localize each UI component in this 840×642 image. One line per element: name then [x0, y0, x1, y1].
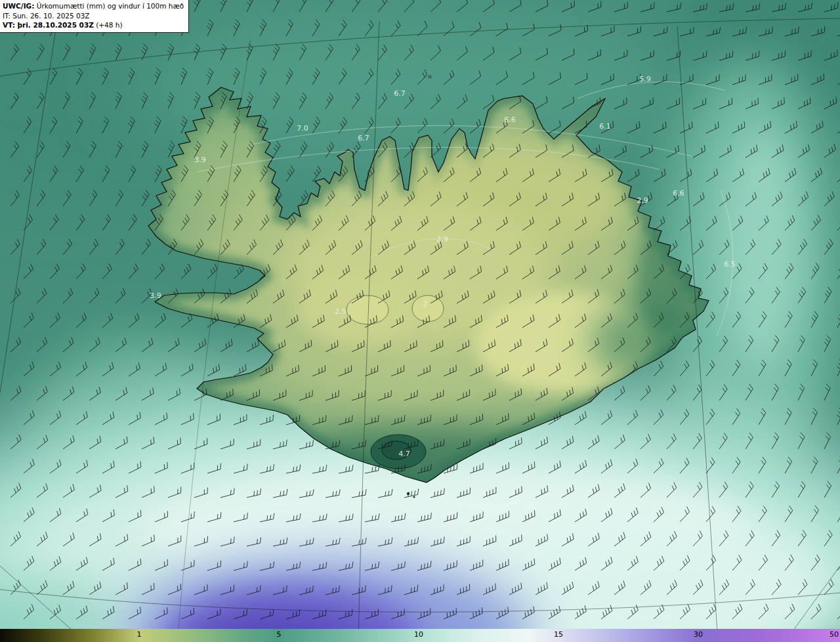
model-name: UWC/IG:: [3, 2, 34, 10]
colorbar-tick-label: 10: [414, 630, 423, 639]
contour-label: 4.7: [398, 450, 410, 458]
colorbar-tick-label: 30: [694, 630, 703, 639]
map-title-box: UWC/IG: Úrkomumætti (mm) og vindur í 100…: [0, 0, 189, 33]
contour-label: 6.1: [599, 122, 611, 131]
glacier-langjokull: [346, 295, 388, 324]
colorbar-tick-label: 1: [137, 630, 142, 639]
colorbar: 1510153050: [0, 629, 840, 642]
contour-label: 2.9: [637, 196, 648, 205]
title-line-init: IT: Sun. 26. 10. 2025 03Z: [3, 11, 184, 21]
colorbar-tick-label: 50: [830, 630, 839, 639]
contour-label: 2: [423, 300, 428, 309]
contour-label: 6.6: [673, 189, 684, 198]
weather-map-canvas: 5.96.77.06.76.66.13.92.96.66.52.93.92.52…: [0, 0, 840, 642]
contour-label: 2.9: [436, 235, 448, 244]
weather-map: 5.96.77.06.76.66.13.92.96.66.52.93.92.52…: [0, 0, 840, 642]
colorbar-tick-label: 15: [554, 630, 563, 639]
contour-label: 6.7: [394, 89, 406, 98]
contour-label: 2.5: [335, 307, 346, 316]
contour-label: 6.7: [358, 134, 369, 142]
contour-label: 3.9: [150, 291, 161, 300]
contour-label: 6.5: [724, 260, 736, 268]
contour-label: 7.0: [297, 124, 308, 133]
contour-label: 5.9: [639, 75, 651, 83]
title-line-valid: VT: þri. 28.10.2025 03Z (+48 h): [3, 20, 184, 30]
contour-label: 3.9: [194, 156, 206, 164]
glacier-hofsjokull: [412, 295, 444, 322]
colorbar-tick-label: 5: [277, 630, 282, 639]
contour-label: 6.6: [504, 116, 516, 124]
title-line-model: UWC/IG: Úrkomumætti (mm) og vindur í 100…: [3, 1, 184, 11]
